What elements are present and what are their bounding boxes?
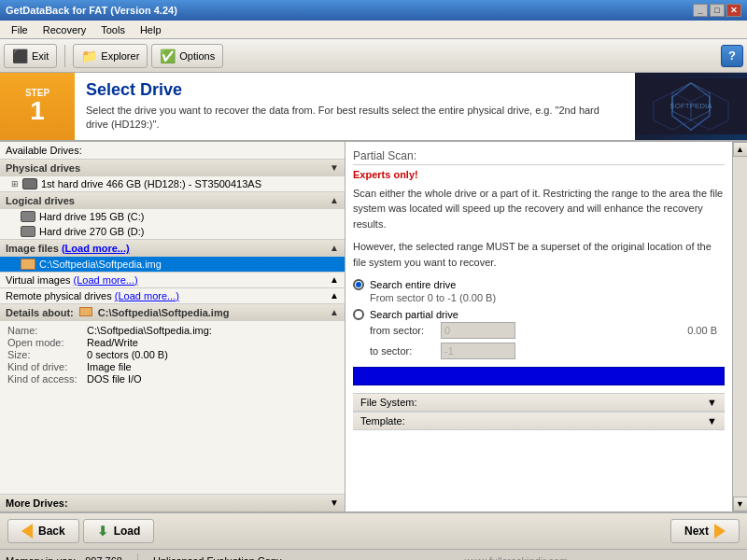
- step-box: STEP 1: [0, 73, 75, 140]
- main-content: Available Drives: Physical drives ▼ ⊞ 1s…: [0, 142, 747, 511]
- memory-value: 997,768: [85, 555, 122, 560]
- next-button[interactable]: Next: [670, 519, 740, 543]
- exit-icon: ⬛: [12, 49, 28, 63]
- title-bar: GetDataBack for FAT (Version 4.24) _ □ ✕: [0, 0, 747, 21]
- from-sector-size: 0.00 B: [687, 325, 725, 336]
- exit-button[interactable]: ⬛ Exit: [4, 44, 57, 68]
- scroll-down-button[interactable]: ▼: [733, 497, 748, 511]
- right-content: Partial Scan: Experts only! Scan either …: [345, 142, 747, 511]
- image-files-arrow: ▲: [330, 243, 339, 253]
- status-bar: Memory in use: 997,768 Unlicensed Evalua…: [0, 549, 747, 560]
- hard-drive-icon: [22, 178, 37, 189]
- image-files-section: Image files (Load more...) ▲ C:\Softpedi…: [0, 240, 345, 273]
- header-content: Select Drive Select the drive you want t…: [75, 73, 635, 140]
- back-button[interactable]: Back: [7, 519, 79, 543]
- to-sector-input[interactable]: [441, 343, 515, 359]
- load-more-images-link[interactable]: (Load more...): [62, 243, 130, 254]
- page-title: Select Drive: [86, 80, 624, 100]
- expand-icon: ⊞: [11, 179, 19, 189]
- status-divider: [137, 553, 138, 560]
- maximize-button[interactable]: □: [710, 4, 725, 17]
- header-description: Select the drive you want to recover the…: [86, 104, 624, 133]
- next-arrow-icon: [714, 524, 726, 539]
- file-system-dropdown[interactable]: File System: ▼: [353, 393, 725, 412]
- explorer-button[interactable]: 📁 Explorer: [73, 44, 148, 68]
- available-drives-section: Available Drives:: [0, 142, 345, 160]
- from-sector-row: from sector: 0.00 B: [370, 322, 725, 339]
- help-button[interactable]: ?: [721, 45, 743, 67]
- radio-partial-drive[interactable]: Search partial drive: [353, 309, 725, 320]
- details-arrow: ▲: [330, 307, 339, 317]
- scan-description-1: Scan either the whole drive or a part of…: [353, 186, 725, 232]
- bottom-bar: Back ⬇ Load Next: [0, 511, 747, 549]
- more-drives-arrow: ▼: [330, 497, 339, 508]
- toolbar-separator-1: [64, 45, 65, 67]
- image-files-header[interactable]: Image files (Load more...) ▲: [0, 240, 345, 257]
- experts-label: Experts only!: [353, 169, 725, 180]
- details-file-icon: [79, 307, 92, 316]
- header-logo: SOFTPEDIA: [635, 73, 747, 140]
- unlicensed-label: Unlicensed Evaluation Copy: [153, 555, 282, 560]
- menu-recovery[interactable]: Recovery: [35, 22, 93, 37]
- back-arrow-icon: [21, 524, 33, 539]
- detail-name: Name: C:\Softpedia\Softpedia.img:: [7, 325, 337, 336]
- virtual-images-arrow: ▲: [330, 274, 339, 286]
- options-button[interactable]: ✅ Options: [151, 44, 223, 68]
- details-content: Name: C:\Softpedia\Softpedia.img: Open m…: [0, 321, 345, 389]
- detail-kind-access: Kind of access: DOS file I/O: [7, 373, 337, 385]
- partial-scan-header: Partial Scan:: [353, 149, 725, 165]
- progress-bar: [353, 367, 725, 385]
- available-drives-label: Available Drives:: [0, 142, 345, 159]
- load-more-remote-link[interactable]: (Load more...): [115, 290, 179, 301]
- logical-drive-d[interactable]: Hard drive 270 GB (D:): [0, 224, 345, 239]
- image-file-item[interactable]: C:\Softpedia\Softpedia.img: [0, 257, 345, 272]
- template-arrow-icon: ▼: [707, 415, 717, 427]
- minimize-button[interactable]: _: [693, 4, 708, 17]
- menu-help[interactable]: Help: [133, 22, 169, 37]
- more-drives-section[interactable]: More Drives: ▼: [0, 494, 345, 511]
- to-sector-row: to sector:: [370, 343, 725, 359]
- file-system-arrow-icon: ▼: [707, 397, 717, 408]
- header-area: STEP 1 Select Drive Select the drive you…: [0, 73, 747, 142]
- options-icon: ✅: [160, 49, 176, 63]
- load-icon: ⬇: [97, 524, 108, 539]
- from-sector-input[interactable]: [441, 322, 515, 339]
- physical-drive-item[interactable]: ⊞ 1st hard drive 466 GB (HD128:) - ST350…: [0, 176, 345, 191]
- detail-open-mode: Open mode: Read/Write: [7, 337, 337, 348]
- physical-drives-header[interactable]: Physical drives ▼: [0, 160, 345, 176]
- logical-drive-icon-c: [21, 211, 35, 222]
- load-button[interactable]: ⬇ Load: [83, 519, 155, 543]
- explorer-icon: 📁: [81, 49, 97, 63]
- logical-drive-icon-d: [21, 226, 35, 237]
- menu-bar: File Recovery Tools Help: [0, 21, 747, 39]
- physical-drives-section: Physical drives ▼ ⊞ 1st hard drive 466 G…: [0, 160, 345, 192]
- scroll-track[interactable]: [733, 157, 747, 497]
- virtual-images-section: Virtual images (Load more...) ▲: [0, 273, 345, 288]
- scan-description-2: However, the selected range MUST be a su…: [353, 239, 725, 270]
- scroll-up-button[interactable]: ▲: [733, 142, 748, 157]
- radio-group: Search entire drive From sector 0 to -1 …: [353, 279, 725, 359]
- left-panel: Available Drives: Physical drives ▼ ⊞ 1s…: [0, 142, 345, 511]
- radio-entire-drive-input[interactable]: [353, 279, 364, 290]
- radio-partial-drive-input[interactable]: [353, 309, 364, 320]
- template-dropdown[interactable]: Template: ▼: [353, 412, 725, 430]
- menu-tools[interactable]: Tools: [93, 22, 133, 37]
- memory-label: Memory in use:: [6, 555, 76, 560]
- right-scrollbar[interactable]: ▲ ▼: [732, 142, 747, 511]
- detail-size: Size: 0 sectors (0.00 B): [7, 349, 337, 360]
- radio-entire-drive[interactable]: Search entire drive: [353, 279, 725, 290]
- load-more-virtual-link[interactable]: (Load more...): [74, 274, 138, 286]
- image-file-icon: [21, 259, 35, 270]
- remote-drives-arrow: ▲: [330, 290, 339, 301]
- window-title: GetDataBack for FAT (Version 4.24): [6, 5, 177, 16]
- detail-kind-drive: Kind of drive: Image file: [7, 361, 337, 372]
- logical-drives-arrow: ▲: [330, 195, 339, 205]
- logical-drives-section: Logical drives ▲ Hard drive 195 GB (C:) …: [0, 192, 345, 240]
- physical-drives-arrow: ▼: [330, 162, 339, 173]
- window-controls: _ □ ✕: [693, 4, 741, 17]
- logical-drives-header[interactable]: Logical drives ▲: [0, 192, 345, 209]
- menu-file[interactable]: File: [4, 22, 35, 37]
- logical-drive-c[interactable]: Hard drive 195 GB (C:): [0, 209, 345, 224]
- remote-drives-section: Remote physical drives (Load more...) ▲: [0, 288, 345, 304]
- close-button[interactable]: ✕: [726, 4, 741, 17]
